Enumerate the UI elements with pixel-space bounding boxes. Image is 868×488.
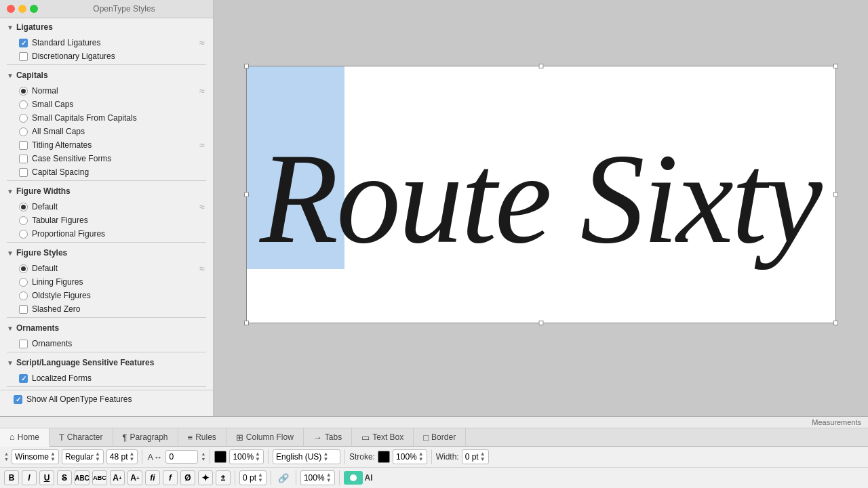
font-down-arrow[interactable]: ▼ bbox=[4, 457, 9, 462]
ai-label: AI bbox=[365, 473, 373, 483]
baseline-button[interactable]: ± bbox=[216, 470, 231, 485]
oldstyle-figures-radio[interactable] bbox=[19, 291, 28, 300]
show-all-checkbox[interactable] bbox=[14, 395, 22, 404]
small-caps-from-caps-radio[interactable] bbox=[19, 114, 28, 123]
subscript-button[interactable]: A+ bbox=[127, 470, 142, 485]
tracking-input[interactable] bbox=[165, 450, 198, 464]
character-icon: T bbox=[59, 432, 64, 443]
font-up-arrow[interactable]: ▲ bbox=[4, 451, 9, 457]
all-small-caps-radio[interactable] bbox=[19, 127, 28, 136]
all-small-caps-label: All Small Caps bbox=[32, 127, 85, 136]
figure-styles-default-radio[interactable] bbox=[19, 264, 28, 273]
tab-text-box[interactable]: ▭ Text Box bbox=[352, 428, 414, 446]
language-select[interactable]: English (US) ▲ ▼ bbox=[273, 449, 340, 464]
tab-column-flow[interactable]: ⊞ Column Flow bbox=[226, 428, 304, 446]
tabular-figures-item: Tabular Figures bbox=[0, 214, 213, 227]
smallcaps-button[interactable]: ABC bbox=[92, 470, 107, 485]
font-family-select[interactable]: Winsome ▲ ▼ bbox=[12, 449, 59, 464]
close-button[interactable] bbox=[7, 5, 15, 13]
ornaments-header[interactable]: ▼ Ornaments bbox=[0, 319, 213, 337]
ornaments-label-text: Ornaments bbox=[32, 339, 72, 348]
font-style-select[interactable]: Regular ▲ ▼ bbox=[62, 449, 104, 464]
tab-text-box-label: Text Box bbox=[372, 432, 403, 442]
discretionary-lig-button[interactable]: f bbox=[163, 470, 178, 485]
slashed-zero-item: Slashed Zero bbox=[0, 302, 213, 316]
font-size-select[interactable]: 48 pt ▲ ▼ bbox=[106, 449, 138, 464]
figure-widths-default-radio[interactable] bbox=[19, 203, 28, 211]
figure-widths-header[interactable]: ▼ Figure Widths bbox=[0, 182, 213, 200]
font-style-arrows[interactable]: ▲ ▼ bbox=[95, 451, 100, 462]
case-sensitive-forms-checkbox[interactable] bbox=[19, 155, 28, 163]
oldstyle-figures-item: Oldstyle Figures bbox=[0, 289, 213, 302]
proportional-figures-label: Proportional Figures bbox=[32, 229, 105, 239]
script-language-header[interactable]: ▼ Script/Language Sensitive Features bbox=[0, 354, 213, 371]
strikethrough-button[interactable]: S bbox=[57, 470, 72, 485]
capitals-header[interactable]: ▼ Capitals bbox=[0, 66, 213, 84]
handle-right-mid[interactable] bbox=[833, 192, 838, 197]
ligatures-header[interactable]: ▼ Ligatures bbox=[0, 18, 213, 36]
canvas-text[interactable]: Route Sixty Six bbox=[253, 93, 829, 301]
discretionary-ligatures-checkbox[interactable] bbox=[19, 52, 28, 61]
figure-styles-default-item: Default ≈ bbox=[0, 262, 213, 275]
italic-button[interactable]: I bbox=[22, 470, 37, 485]
font-size-arrows[interactable]: ▲ ▼ bbox=[130, 451, 135, 462]
tab-home[interactable]: ⌂ Home bbox=[0, 428, 50, 447]
handle-top-right[interactable] bbox=[833, 64, 838, 68]
space-before-select[interactable]: 0 pt ▲ ▼ bbox=[239, 470, 267, 485]
maximize-button[interactable] bbox=[30, 5, 38, 13]
toolbar-row2: B I U S ABC ABC A+ A+ fi f Ø ✦ ± 0 pt ▲ … bbox=[0, 468, 868, 488]
titling-alternates-label: Titling Alternates bbox=[32, 140, 92, 150]
tab-tabs[interactable]: → Tabs bbox=[304, 428, 352, 446]
slashed-zero-checkbox[interactable] bbox=[19, 305, 28, 314]
stroke-color-box[interactable] bbox=[378, 451, 390, 463]
standard-ligatures-checkbox[interactable] bbox=[19, 39, 28, 47]
figure-styles-header[interactable]: ▼ Figure Styles bbox=[0, 244, 213, 262]
canvas-content[interactable]: Route Sixty Six bbox=[246, 66, 836, 323]
figure-styles-default-label: Default bbox=[32, 264, 58, 273]
lining-figures-radio[interactable] bbox=[19, 278, 28, 287]
tab-border[interactable]: □ Border bbox=[414, 428, 466, 446]
handle-left-mid[interactable] bbox=[244, 192, 249, 197]
titling-alternates-checkbox[interactable] bbox=[19, 141, 28, 150]
script-language-label: Script/Language Sensitive Features bbox=[16, 358, 154, 367]
ai-toggle[interactable] bbox=[344, 471, 363, 485]
capital-spacing-checkbox[interactable] bbox=[19, 168, 28, 177]
small-caps-radio[interactable] bbox=[19, 100, 28, 109]
link-button[interactable]: 🔗 bbox=[275, 470, 292, 485]
handle-bottom-mid[interactable] bbox=[538, 321, 543, 325]
text-color-dropper-button[interactable]: ✦ bbox=[198, 470, 213, 485]
handle-bottom-left[interactable] bbox=[244, 321, 249, 325]
tab-character[interactable]: T Character bbox=[50, 428, 113, 446]
width-value-select[interactable]: 0 pt ▲ ▼ bbox=[462, 449, 489, 464]
bold-button[interactable]: B bbox=[4, 470, 19, 485]
normal-icon: ≈ bbox=[199, 85, 205, 96]
width-label: Width: bbox=[436, 452, 459, 462]
localized-forms-checkbox[interactable] bbox=[19, 374, 28, 383]
panel-scroll[interactable]: ▼ Ligatures Standard Ligatures ≈ Discret… bbox=[0, 18, 213, 416]
section-figure-widths: ▼ Figure Widths Default ≈ Tabular Figure… bbox=[0, 182, 213, 241]
figure-widths-arrow: ▼ bbox=[7, 188, 14, 195]
handle-top-mid[interactable] bbox=[538, 64, 543, 68]
slash-zero-button[interactable]: Ø bbox=[180, 470, 195, 485]
text-color-box[interactable] bbox=[214, 451, 226, 463]
tracking-stepper[interactable]: ▲ ▼ bbox=[201, 451, 205, 462]
ligatures-button[interactable]: fi bbox=[145, 470, 160, 485]
allcaps-button[interactable]: ABC bbox=[75, 470, 90, 485]
underline-button[interactable]: U bbox=[39, 470, 54, 485]
zoom-select[interactable]: 100% ▲ ▼ bbox=[300, 470, 335, 485]
opentype-panel: OpenType Styles ▼ Ligatures Standard Lig… bbox=[0, 0, 214, 416]
stroke-pct-select[interactable]: 100% ▲ ▼ bbox=[393, 449, 427, 464]
handle-bottom-right[interactable] bbox=[833, 321, 838, 325]
handle-top-left[interactable] bbox=[244, 64, 249, 68]
font-family-arrows[interactable]: ▲ ▼ bbox=[50, 451, 56, 462]
superscript-button[interactable]: A+ bbox=[110, 470, 125, 485]
tab-rules[interactable]: ≡ Rules bbox=[178, 428, 226, 446]
font-stepper[interactable]: ▲ ▼ bbox=[4, 451, 9, 462]
normal-radio[interactable] bbox=[19, 87, 28, 96]
tab-paragraph[interactable]: ¶ Paragraph bbox=[113, 428, 178, 446]
minimize-button[interactable] bbox=[18, 5, 26, 13]
ornaments-checkbox[interactable] bbox=[19, 340, 28, 348]
tabular-figures-radio[interactable] bbox=[19, 216, 28, 225]
proportional-figures-radio[interactable] bbox=[19, 230, 28, 239]
opacity-select[interactable]: 100% ▲ ▼ bbox=[229, 449, 264, 464]
